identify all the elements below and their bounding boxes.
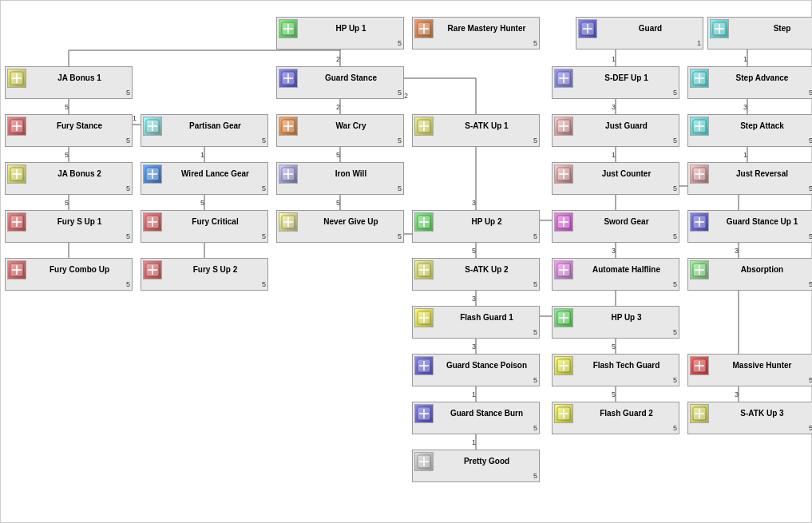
fury_combo_up-bar-row: 5 bbox=[7, 280, 130, 288]
skill-node-step_advance[interactable]: Step Advance5 bbox=[687, 66, 812, 99]
s_def_up_1-icon bbox=[554, 69, 573, 88]
fury_combo_up-label: Fury Combo Up bbox=[29, 265, 130, 275]
flash_guard_1-cost: 5 bbox=[529, 328, 537, 336]
skill-node-flash_guard_2[interactable]: Flash Guard 25 bbox=[552, 402, 679, 434]
skill-node-just_guard[interactable]: Just Guard5 bbox=[552, 114, 679, 147]
skill-node-s_atk_up_1[interactable]: S-ATK Up 15 bbox=[412, 114, 540, 147]
skill-node-rare_mastery[interactable]: Rare Mastery Hunter5 bbox=[412, 17, 540, 50]
skill-node-s_def_up_1[interactable]: S-DEF Up 15 bbox=[552, 66, 679, 99]
automate_halfline-label: Automate Halfline bbox=[576, 265, 677, 275]
automate_halfline-icon bbox=[554, 260, 573, 279]
skill-node-never_give_up[interactable]: Never Give Up5 bbox=[276, 210, 404, 243]
just_reversal-bar-row: 5 bbox=[690, 184, 812, 192]
skill-node-guard_stance_up_1[interactable]: Guard Stance Up 15 bbox=[687, 210, 812, 243]
skill-node-s_atk_up_3[interactable]: S-ATK Up 35 bbox=[687, 402, 812, 434]
skill-node-guard_stance[interactable]: Guard Stance5 bbox=[276, 66, 404, 99]
svg-text:2: 2 bbox=[336, 103, 340, 111]
skill-node-wired_lance_gear[interactable]: Wired Lance Gear5 bbox=[141, 162, 268, 195]
flash_tech_guard-bar-row: 5 bbox=[554, 376, 677, 384]
flash_guard_2-bar-row: 5 bbox=[554, 424, 677, 432]
skill-node-step_attack[interactable]: Step Attack5 bbox=[687, 114, 812, 147]
flash_guard_1-icon bbox=[414, 308, 434, 327]
skill-node-fury_s_up_2[interactable]: Fury S Up 25 bbox=[141, 258, 268, 291]
skill-node-guard_stance_poison[interactable]: Guard Stance Poison5 bbox=[412, 354, 540, 386]
war_cry-bar-row: 5 bbox=[279, 137, 402, 145]
wired_lance_gear-icon bbox=[143, 164, 162, 184]
skill-node-flash_guard_1[interactable]: Flash Guard 15 bbox=[412, 306, 540, 339]
iron_will-bar-row: 5 bbox=[279, 184, 402, 192]
skill-node-fury_s_up_1[interactable]: Fury S Up 15 bbox=[5, 210, 133, 243]
svg-text:3: 3 bbox=[472, 343, 476, 351]
absorption-cost: 5 bbox=[805, 280, 812, 288]
skill-node-ja_bonus_2[interactable]: JA Bonus 25 bbox=[5, 162, 133, 195]
guard-label: Guard bbox=[600, 24, 701, 34]
skill-node-just_counter[interactable]: Just Counter5 bbox=[552, 162, 679, 195]
skill-node-just_reversal[interactable]: Just Reversal5 bbox=[687, 162, 812, 195]
guard-bar-row: 1 bbox=[578, 39, 701, 47]
guard_stance_up_1-cost: 5 bbox=[805, 232, 812, 240]
fury_combo_up-cost: 5 bbox=[122, 280, 130, 288]
massive_hunter-icon bbox=[690, 356, 709, 375]
hp_up_1-icon bbox=[279, 19, 298, 38]
svg-text:3: 3 bbox=[612, 247, 616, 255]
step_attack-bar-row: 5 bbox=[690, 137, 812, 145]
skill-node-hp_up_2[interactable]: HP Up 25 bbox=[412, 210, 540, 243]
skill-node-fury_stance[interactable]: Fury Stance5 bbox=[5, 114, 133, 147]
svg-text:1: 1 bbox=[743, 55, 747, 63]
skill-node-absorption[interactable]: Absorption5 bbox=[687, 258, 812, 291]
step_attack-cost: 5 bbox=[805, 137, 812, 145]
svg-text:5: 5 bbox=[472, 247, 476, 255]
fury_s_up_1-cost: 5 bbox=[122, 232, 130, 240]
skill-node-war_cry[interactable]: War Cry5 bbox=[276, 114, 404, 147]
hp_up_1-label: HP Up 1 bbox=[300, 24, 402, 34]
skill-node-guard[interactable]: Guard1 bbox=[576, 17, 703, 50]
hp_up_1-cost: 5 bbox=[394, 39, 402, 47]
guard_stance_up_1-icon bbox=[690, 212, 709, 232]
skill-node-iron_will[interactable]: Iron Will5 bbox=[276, 162, 404, 195]
hp_up_3-bar-row: 5 bbox=[554, 328, 677, 336]
never_give_up-bar-row: 5 bbox=[279, 232, 402, 240]
skill-node-flash_tech_guard[interactable]: Flash Tech Guard5 bbox=[552, 354, 679, 386]
skill-node-sword_gear[interactable]: Sword Gear5 bbox=[552, 210, 679, 243]
s_atk_up_3-icon bbox=[690, 404, 709, 423]
svg-text:5: 5 bbox=[65, 103, 69, 111]
svg-text:5: 5 bbox=[336, 151, 340, 159]
svg-text:3: 3 bbox=[743, 103, 747, 111]
guard_stance_poison-bar-row: 5 bbox=[414, 376, 537, 384]
fury_s_up_2-icon bbox=[143, 260, 162, 279]
skill-node-guard_stance_burn[interactable]: Guard Stance Burn5 bbox=[412, 402, 540, 434]
skill-node-automate_halfline[interactable]: Automate Halfline5 bbox=[552, 258, 679, 291]
fury_critical-label: Fury Critical bbox=[164, 217, 266, 227]
war_cry-label: War Cry bbox=[300, 121, 402, 131]
svg-text:3: 3 bbox=[472, 199, 476, 207]
skill-node-ja_bonus_1[interactable]: JA Bonus 15 bbox=[5, 66, 133, 99]
skill-node-s_atk_up_2[interactable]: S-ATK Up 25 bbox=[412, 258, 540, 291]
hp_up_2-cost: 5 bbox=[529, 232, 537, 240]
skill-node-partisan_gear[interactable]: Partisan Gear5 bbox=[141, 114, 268, 147]
skill-node-hp_up_3[interactable]: HP Up 35 bbox=[552, 306, 679, 339]
never_give_up-label: Never Give Up bbox=[300, 217, 402, 227]
just_guard-label: Just Guard bbox=[576, 121, 677, 131]
pretty_good-icon bbox=[414, 452, 434, 471]
skill-node-pretty_good[interactable]: Pretty Good5 bbox=[412, 450, 540, 482]
guard_stance_burn-label: Guard Stance Burn bbox=[436, 409, 537, 418]
automate_halfline-bar-row: 5 bbox=[554, 280, 677, 288]
hp_up_2-icon bbox=[414, 212, 434, 232]
hp_up_3-cost: 5 bbox=[669, 328, 677, 336]
skill-node-fury_critical[interactable]: Fury Critical5 bbox=[141, 210, 268, 243]
skill-node-massive_hunter[interactable]: Massive Hunter5 bbox=[687, 354, 812, 386]
s_atk_up_3-bar-row: 5 bbox=[690, 424, 812, 432]
flash_tech_guard-icon bbox=[554, 356, 573, 375]
guard-cost: 1 bbox=[693, 39, 701, 47]
never_give_up-cost: 5 bbox=[394, 232, 402, 240]
ja_bonus_2-icon bbox=[7, 164, 26, 184]
svg-text:1: 1 bbox=[472, 438, 476, 446]
skill-node-fury_combo_up[interactable]: Fury Combo Up5 bbox=[5, 258, 133, 291]
hp_up_3-label: HP Up 3 bbox=[576, 313, 677, 323]
skill-node-hp_up_1[interactable]: HP Up 15 bbox=[276, 17, 404, 50]
just_reversal-label: Just Reversal bbox=[711, 169, 812, 179]
partisan_gear-bar-row: 5 bbox=[143, 137, 266, 145]
just_reversal-icon bbox=[690, 164, 709, 184]
skill-node-step[interactable]: Step1 bbox=[707, 17, 812, 50]
guard_stance-label: Guard Stance bbox=[300, 73, 402, 83]
